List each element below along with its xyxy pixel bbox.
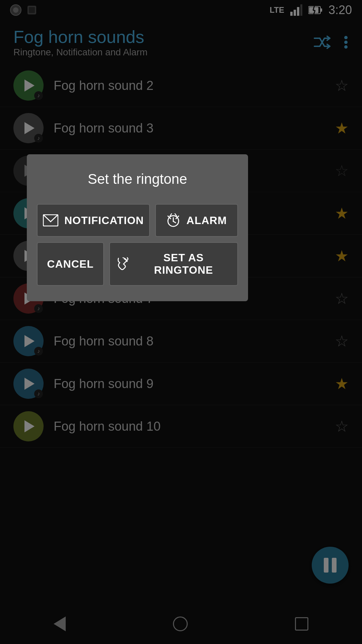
set-ringtone-button[interactable]: SET AS RINGTONE — [109, 242, 238, 286]
cancel-button[interactable]: CANCEL — [37, 242, 104, 286]
dialog-title: Set the ringtone — [37, 171, 238, 187]
set-ringtone-label: SET AS RINGTONE — [135, 252, 232, 276]
dialog-row-1: NOTIFICATION ALARM — [37, 204, 238, 237]
alarm-icon — [166, 213, 180, 227]
envelope-icon — [43, 214, 58, 226]
alarm-button[interactable]: ALARM — [155, 204, 238, 237]
notification-label: NOTIFICATION — [64, 214, 144, 227]
notification-button[interactable]: NOTIFICATION — [37, 204, 150, 237]
cancel-label: CANCEL — [47, 258, 94, 270]
phone-ring-icon — [115, 257, 129, 271]
alarm-label: ALARM — [186, 214, 227, 227]
ringtone-dialog: Set the ringtone NOTIFICATION ALARM — [27, 154, 248, 301]
dialog-row-2: CANCEL SET AS RINGTONE — [37, 242, 238, 286]
dialog-overlay — [0, 0, 362, 644]
svg-line-20 — [173, 221, 176, 223]
